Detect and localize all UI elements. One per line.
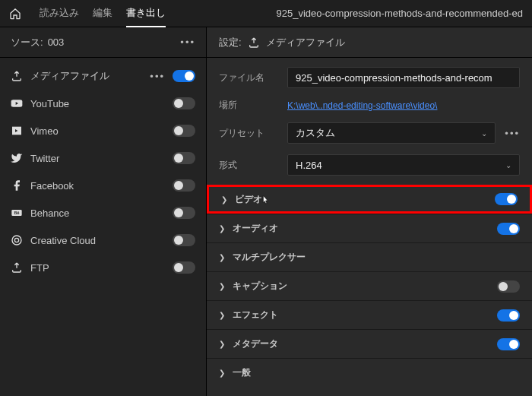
preset-label: プリセット	[219, 127, 278, 140]
source-row: ソース: 003 •••	[0, 27, 206, 58]
target-label: Twitter	[30, 153, 165, 164]
target-twitter[interactable]: Twitter	[0, 144, 206, 172]
filename-label: ファイル名	[219, 71, 278, 84]
chevron-down-icon: ⌄	[505, 161, 511, 169]
settings-label: 設定:	[219, 36, 242, 49]
topbar: 読み込み 編集 書き出し 925_video-compression-metho…	[0, 0, 532, 27]
tab-export[interactable]: 書き出し	[126, 0, 166, 27]
twitter-icon	[11, 152, 23, 164]
section-キャプション[interactable]: ❯ キャプション	[207, 271, 532, 300]
export-icon	[11, 70, 23, 82]
target-toggle[interactable]	[173, 70, 195, 82]
target-toggle[interactable]	[173, 179, 195, 192]
section-エフェクト[interactable]: ❯ エフェクト	[207, 300, 532, 329]
source-label: ソース:	[11, 36, 43, 49]
section-ビデオ[interactable]: ❯ ビデオ	[207, 185, 532, 214]
project-title: 925_video-compression-methods-and-recomm…	[277, 8, 523, 19]
section-label: 一般	[233, 366, 520, 379]
sections: ❯ ビデオ ❯ オーディオ ❯ マルチプレクサー ❯ キャプション ❯ エフェク…	[207, 185, 532, 387]
settings-target: メディアファイル	[266, 36, 345, 49]
target-label: Facebook	[30, 180, 165, 192]
section-toggle[interactable]	[495, 193, 518, 205]
section-マルチプレクサー[interactable]: ❯ マルチプレクサー	[207, 242, 532, 271]
target-toggle[interactable]	[173, 207, 195, 219]
section-label: メタデータ	[233, 337, 491, 350]
format-label: 形式	[219, 159, 278, 172]
target-toggle[interactable]	[173, 234, 195, 246]
section-toggle[interactable]	[497, 223, 520, 235]
target-label: Creative Cloud	[30, 235, 165, 246]
location-link[interactable]: K:\web\..nded-editing-software\video\	[287, 100, 437, 111]
tab-load[interactable]: 読み込み	[40, 0, 79, 27]
tab-edit[interactable]: 編集	[93, 0, 112, 27]
target-toggle[interactable]	[173, 261, 195, 274]
chevron-right-icon: ❯	[219, 369, 226, 377]
format-select[interactable]: H.264 ⌄	[287, 154, 520, 176]
chevron-right-icon: ❯	[219, 224, 226, 233]
target-vimeo[interactable]: Vimeo	[0, 117, 206, 144]
section-label: オーディオ	[233, 222, 491, 235]
chevron-right-icon: ❯	[219, 282, 226, 290]
target-label: FTP	[30, 262, 165, 274]
target-behance[interactable]: Bē Behance	[0, 199, 206, 227]
target-youtube[interactable]: YouTube	[0, 90, 206, 117]
section-メタデータ[interactable]: ❯ メタデータ	[207, 329, 532, 358]
target-toggle[interactable]	[173, 152, 195, 164]
chevron-right-icon: ❯	[219, 253, 226, 261]
target-menu-icon[interactable]: •••	[150, 71, 165, 82]
chevron-right-icon: ❯	[221, 195, 229, 204]
target-toggle[interactable]	[173, 97, 195, 109]
target-toggle[interactable]	[173, 125, 195, 137]
chevron-down-icon: ⌄	[481, 129, 487, 138]
left-panel: ソース: 003 ••• メディアファイル ••• YouTube Vimeo …	[0, 27, 207, 396]
svg-text:Bē: Bē	[14, 211, 20, 215]
target-ftp[interactable]: FTP	[0, 254, 206, 281]
preset-select[interactable]: カスタム ⌄	[287, 122, 496, 144]
facebook-icon	[11, 179, 23, 192]
export-targets: メディアファイル ••• YouTube Vimeo Twitter Faceb…	[0, 58, 206, 286]
section-toggle[interactable]	[497, 338, 520, 350]
right-panel: 設定: メディアファイル ファイル名 925_video-compression…	[207, 27, 532, 396]
section-toggle[interactable]	[497, 280, 520, 293]
svg-point-3	[14, 238, 18, 242]
target-label: Vimeo	[30, 125, 165, 137]
ftp-icon	[11, 261, 23, 274]
target-export[interactable]: メディアファイル •••	[0, 62, 206, 90]
top-tabs: 読み込み 編集 書き出し	[40, 0, 166, 27]
target-label: メディアファイル	[30, 69, 142, 83]
section-toggle[interactable]	[497, 309, 520, 322]
target-label: Behance	[30, 208, 165, 219]
location-label: 場所	[219, 99, 278, 112]
target-facebook[interactable]: Facebook	[0, 172, 206, 199]
youtube-icon	[11, 97, 23, 109]
chevron-right-icon: ❯	[219, 340, 226, 348]
svg-point-2	[12, 236, 21, 245]
vimeo-icon	[11, 125, 23, 137]
section-label: ビデオ	[235, 193, 489, 206]
export-icon	[248, 36, 260, 49]
section-label: マルチプレクサー	[233, 251, 520, 264]
section-オーディオ[interactable]: ❯ オーディオ	[207, 214, 532, 242]
behance-icon: Bē	[11, 207, 23, 219]
target-cc[interactable]: Creative Cloud	[0, 227, 206, 254]
cursor-icon	[259, 195, 271, 209]
target-label: YouTube	[30, 98, 165, 109]
filename-input[interactable]: 925_video-compression-methods-and-recom	[287, 67, 520, 88]
source-menu-icon[interactable]: •••	[180, 36, 195, 48]
source-value[interactable]: 003	[48, 36, 65, 48]
section-label: エフェクト	[233, 309, 491, 322]
section-label: キャプション	[233, 280, 491, 293]
settings-header: 設定: メディアファイル	[207, 27, 532, 58]
section-一般[interactable]: ❯ 一般	[207, 358, 532, 387]
home-icon[interactable]	[9, 8, 21, 20]
format-value: H.264	[296, 160, 322, 171]
cc-icon	[11, 234, 23, 246]
chevron-right-icon: ❯	[219, 311, 226, 319]
preset-value: カスタム	[296, 126, 335, 140]
preset-menu-icon[interactable]: •••	[505, 128, 520, 139]
